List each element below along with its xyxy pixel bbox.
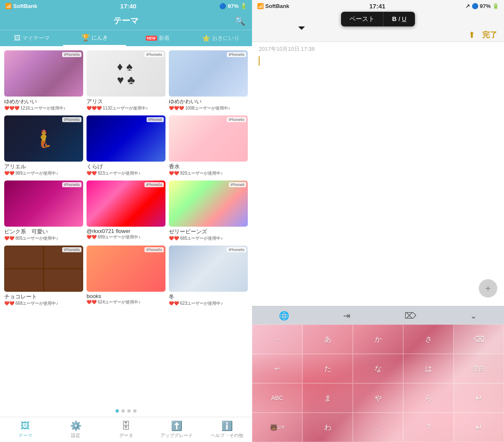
dismiss-button[interactable]: ⌄ <box>467 309 480 322</box>
theme-card-ariel[interactable]: iPhone6s 🧜 アリエル ❤️❤️ 989ユーザーが使用中♪ <box>4 115 83 176</box>
key-sa[interactable]: さ <box>403 324 454 354</box>
theme-meta: ❤️❤️ 923ユーザーが使用中♪ <box>87 170 165 176</box>
nav-settings[interactable]: ⚙️ 設定 <box>50 421 101 439</box>
theme-name: 冬 <box>169 293 248 301</box>
tab-popular-label: にんき <box>92 34 108 42</box>
key-question[interactable]: ? <box>403 413 454 442</box>
key-wa[interactable]: わ <box>302 413 353 442</box>
nav-upgrade-label: アップグレード <box>160 432 193 439</box>
theme-card-pink[interactable]: iPhone6s ピンク系 可愛い ❤️❤️ 805ユーザーが使用中♪ <box>4 180 83 241</box>
key-ra[interactable]: ら <box>403 383 454 413</box>
keyboard-toolbar: 🌐 ⇥ ⌦ ⌄ <box>252 306 504 324</box>
theme-name: books <box>87 293 165 299</box>
device-badge: iPhone5s <box>144 247 164 252</box>
theme-meta: ❤️❤️❤️ 1216ユーザーが使用中♪ <box>4 105 83 111</box>
page-dot-4[interactable] <box>133 409 136 413</box>
tab-favorite[interactable]: ⭐ おきにいり <box>189 30 252 46</box>
theme-meta: ❤️❤️ 699ユーザーが使用中♪ <box>87 234 165 240</box>
page-dot-2[interactable] <box>121 409 125 413</box>
share-button[interactable]: ⬆ <box>468 30 475 40</box>
page-dot-3[interactable] <box>127 409 131 413</box>
theme-card-flower[interactable]: iPhone5s @rkxx0721 flower ❤️❤️ 699ユーザーが使… <box>87 180 165 241</box>
status-bar-right: 📶 SoftBank 17:41 ↗ 🔵 97% 🔋 <box>252 0 504 12</box>
nav-upgrade[interactable]: ⬆️ アップグレード <box>151 421 202 439</box>
key-a[interactable]: あ <box>302 324 353 354</box>
nav-data-icon: 🗄 <box>121 421 131 432</box>
context-arrow <box>298 26 305 30</box>
bold-button[interactable]: B I U <box>383 12 415 26</box>
key-ha[interactable]: は <box>403 354 454 383</box>
search-icon[interactable]: 🔍 <box>235 16 245 26</box>
key-return-top[interactable]: ↵ <box>454 383 504 413</box>
key-arrow-right[interactable]: → <box>252 324 302 354</box>
key-undo[interactable]: ↩ <box>252 354 302 383</box>
device-badge: iPhone6 <box>229 182 246 187</box>
theme-thumb-kosui: iPhone6s <box>169 115 248 162</box>
nav-help[interactable]: ℹ️ ヘルプ・その他 <box>202 421 252 439</box>
theme-name: ゼリービーンズ <box>169 228 248 235</box>
nav-data[interactable]: 🗄 データ <box>101 421 151 439</box>
tab-popular[interactable]: 🏆 にんき <box>63 30 126 46</box>
bottom-nav: 🖼 テーマ ⚙️ 設定 🗄 データ ⬆️ アップグレード ℹ️ ヘルプ・その他 <box>0 417 252 442</box>
key-emoji[interactable]: 🐻記号 <box>252 413 302 442</box>
note-toolbar: ⬆ 完了 <box>252 28 504 42</box>
theme-thumb-flower: iPhone5s <box>87 180 165 227</box>
device-badge: iPhone6s <box>62 247 81 252</box>
key-ma[interactable]: ま <box>302 383 353 413</box>
grid-row-3: iPhone6s ピンク系 可愛い ❤️❤️ 805ユーザーが使用中♪ iPho… <box>4 180 248 241</box>
theme-meta: ❤️❤️ 805ユーザーが使用中♪ <box>4 235 83 241</box>
theme-card-kosui[interactable]: iPhone6s 香水 ❤️❤️ 920ユーザーが使用中♪ <box>169 115 248 176</box>
theme-thumb-yumekawaii2: iPhone6s <box>169 50 248 97</box>
italic-label: I <box>398 15 400 22</box>
theme-meta: ❤️❤️ 685ユーザーが使用中♪ <box>169 235 248 241</box>
ariel-silhouette: 🧜 <box>4 115 83 162</box>
pagination <box>0 405 252 417</box>
strikethrough-button[interactable]: ⌦ <box>401 309 420 322</box>
key-period[interactable]: 。 <box>353 413 403 442</box>
theme-card-kurage[interactable]: iPhone6 くらげ ❤️❤️ 923ユーザーが使用中♪ <box>87 115 165 176</box>
key-na[interactable]: な <box>353 354 403 383</box>
device-badge: iPhone5s <box>144 182 164 187</box>
theme-meta: ❤️❤️ 989ユーザーが使用中♪ <box>4 170 83 176</box>
grid-row-2: iPhone6s 🧜 アリエル ❤️❤️ 989ユーザーが使用中♪ iPhone… <box>4 115 248 176</box>
theme-card-yumekawaii2[interactable]: iPhone6s ゆめかわいい ❤️❤️❤️ 1008ユーザーが使用中♪ <box>169 50 248 111</box>
key-ka[interactable]: か <box>353 324 403 354</box>
key-abc[interactable]: ABC <box>252 383 302 413</box>
key-return-bottom[interactable]: ↵ <box>454 413 504 442</box>
device-badge: iPhone6s <box>62 182 81 187</box>
theme-name: 香水 <box>169 163 248 170</box>
right-panel: 📶 SoftBank 17:41 ↗ 🔵 97% 🔋 ペースト B I U ⬆ … <box>252 0 504 442</box>
paste-label: ペースト <box>349 15 375 22</box>
tab-my-theme[interactable]: 🖼 マイテーマ <box>0 30 63 46</box>
theme-card-yumekawaii1[interactable]: iPhone5s ゆめかわいい ❤️❤️❤️ 1216ユーザーが使用中♪ <box>4 50 83 111</box>
indent-button[interactable]: ⇥ <box>340 309 354 322</box>
theme-card-choco[interactable]: iPhone6s チョコレート ❤️❤️ 668ユーザーが使用中♪ <box>4 246 83 306</box>
note-content[interactable]: 2017年10月10日 17:38 + <box>252 42 504 306</box>
keyboard-grid: → あ か さ ⌫ ↩ た な は 空白 ABC ま や ら ↵ 🐻記号 わ 。… <box>252 324 504 442</box>
tab-new[interactable]: NEW 新着 <box>126 30 189 46</box>
theme-card-jelly[interactable]: iPhone6 ゼリービーンズ ❤️❤️ 685ユーザーが使用中♪ <box>169 180 248 241</box>
add-fab-button[interactable]: + <box>479 279 497 298</box>
page-dot-1[interactable] <box>116 409 119 413</box>
nav-theme[interactable]: 🖼 テーマ <box>0 421 50 439</box>
theme-name: ゆめかわいい <box>4 98 83 105</box>
key-delete[interactable]: ⌫ <box>454 324 504 354</box>
theme-card-alice[interactable]: iPhone6s ♦ ♠♥ ♣ アリス ❤️❤️❤️ 1132ユーザーが使用中♪ <box>87 50 165 111</box>
theme-thumb-alice: iPhone6s ♦ ♠♥ ♣ <box>87 50 165 97</box>
paste-button[interactable]: ペースト <box>341 12 383 26</box>
theme-name: ゆめかわいい <box>169 98 248 105</box>
globe-button[interactable]: 🌐 <box>276 309 293 322</box>
device-badge: iPhone6s <box>227 247 246 252</box>
context-menu: ペースト B I U <box>252 12 504 26</box>
nav-settings-label: 設定 <box>71 432 80 439</box>
key-space[interactable]: 空白 <box>454 354 504 383</box>
themes-grid: iPhone5s ゆめかわいい ❤️❤️❤️ 1216ユーザーが使用中♪ iPh… <box>0 46 252 405</box>
theme-card-books[interactable]: iPhone5s books ❤️❤️ 624ユーザーが使用中♪ <box>87 246 165 306</box>
key-ya[interactable]: や <box>353 383 403 413</box>
popular-icon: 🏆 <box>81 34 90 42</box>
theme-thumb-jelly: iPhone6 <box>169 180 248 227</box>
key-ta[interactable]: た <box>302 354 353 383</box>
done-button[interactable]: 完了 <box>482 30 497 40</box>
theme-card-fuyu[interactable]: iPhone6s 冬 ❤️❤️ 623ユーザーが使用中♪ <box>169 246 248 306</box>
nav-data-label: データ <box>119 432 133 439</box>
